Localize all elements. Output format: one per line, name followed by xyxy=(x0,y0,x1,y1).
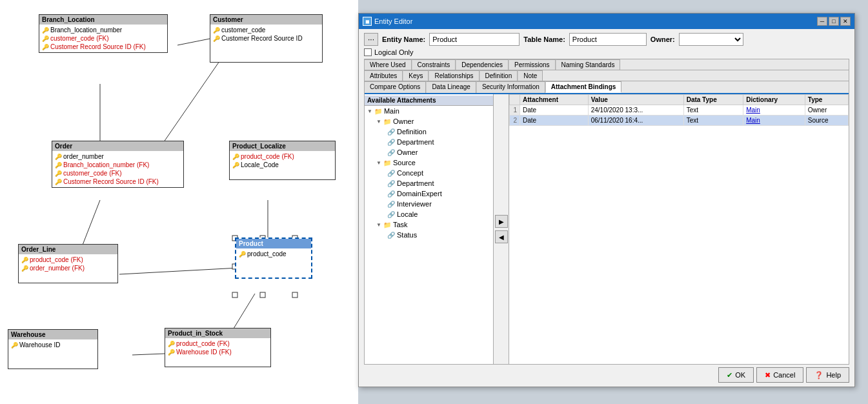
tab-attributes[interactable]: Attributes xyxy=(365,70,403,81)
tree-item-department-owner[interactable]: 🔗 Department xyxy=(365,137,493,147)
help-button[interactable]: ❓ Help xyxy=(806,367,849,383)
entity-name-input[interactable] xyxy=(429,33,520,46)
table-name-input[interactable] xyxy=(569,33,647,46)
svg-line-0 xyxy=(177,39,210,45)
maximize-button[interactable]: □ xyxy=(829,17,839,26)
entity-customer[interactable]: Customer 🔑customer_code 🔑Customer Record… xyxy=(210,14,323,63)
cell-value-2[interactable]: 06/11/2020 16:4... xyxy=(588,116,683,126)
cell-value-1[interactable]: 24/10/2020 13:3... xyxy=(588,105,683,116)
svg-line-5 xyxy=(119,268,239,274)
tree-item-task-folder[interactable]: ▼ 📁 Task xyxy=(365,219,493,230)
help-label: Help xyxy=(826,371,841,379)
tree-item-domain-expert[interactable]: 🔗 DomainExpert xyxy=(365,188,493,199)
tab-content-area: Available Attachments ▼ 📁 Main ▼ 📁 Owner xyxy=(365,94,849,364)
col-header-value[interactable]: Value xyxy=(588,95,683,105)
svg-rect-13 xyxy=(260,292,265,298)
tree-item-status[interactable]: 🔗 Status xyxy=(365,230,493,240)
tab-data-lineage[interactable]: Data Lineage xyxy=(426,81,476,93)
cell-type-2[interactable]: Source xyxy=(805,116,848,126)
ok-button[interactable]: ✔ OK xyxy=(718,367,754,383)
expand-icon-main: ▼ xyxy=(367,108,372,114)
tree-item-source-folder[interactable]: ▼ 📁 Source xyxy=(365,157,493,168)
cancel-button[interactable]: ✖ Cancel xyxy=(756,367,803,383)
arrow-left-button[interactable]: ◀ xyxy=(495,230,508,243)
cell-dictionary-1[interactable]: Main xyxy=(743,105,805,116)
tab-relationships[interactable]: Relationships xyxy=(429,70,479,81)
entity-product-in-stock[interactable]: Product_in_Stock 🔑product_code (FK) 🔑War… xyxy=(165,328,271,367)
cancel-label: Cancel xyxy=(773,371,795,379)
cancel-x-icon: ✖ xyxy=(765,371,771,379)
cell-datatype-1[interactable]: Text xyxy=(683,105,743,116)
tree-label-status: Status xyxy=(397,231,417,239)
tab-attachment-bindings[interactable]: Attachment Bindings xyxy=(545,81,622,93)
tree-label-source-folder: Source xyxy=(393,159,416,167)
folder-icon-source: 📁 xyxy=(383,158,392,167)
svg-rect-11 xyxy=(292,292,298,298)
entity-warehouse[interactable]: Warehouse 🔑Warehouse ID xyxy=(8,329,98,369)
tree-item-department-source[interactable]: 🔗 Department xyxy=(365,178,493,188)
col-header-dictionary[interactable]: Dictionary xyxy=(743,95,805,105)
table-row[interactable]: 1 Date 24/10/2020 13:3... Text Main Owne… xyxy=(510,105,849,116)
cell-type-1[interactable]: Owner xyxy=(805,105,848,116)
tree-item-interviewer[interactable]: 🔗 Interviewer xyxy=(365,199,493,209)
tab-keys[interactable]: Keys xyxy=(403,70,429,81)
tree-item-main[interactable]: ▼ 📁 Main xyxy=(365,106,493,116)
entity-order[interactable]: Order 🔑order_number 🔑Branch_location_num… xyxy=(52,141,184,188)
owner-label: Owner: xyxy=(651,35,675,43)
col-header-data-type[interactable]: Data Type xyxy=(683,95,743,105)
arrow-right-button[interactable]: ▶ xyxy=(495,215,508,228)
col-header-rownum xyxy=(510,95,520,105)
tab-definition[interactable]: Definition xyxy=(479,70,518,81)
entity-product-localize[interactable]: Product_Localize 🔑product_code (FK) 🔑Loc… xyxy=(229,141,336,180)
tab-permissions[interactable]: Permissions xyxy=(509,59,555,70)
tab-naming-standards[interactable]: Naming Standards xyxy=(556,59,621,70)
tree-label-definition: Definition xyxy=(397,128,427,136)
tree-label-owner-leaf: Owner xyxy=(397,148,418,156)
tree-item-owner-leaf[interactable]: 🔗 Owner xyxy=(365,147,493,157)
tab-security-information[interactable]: Security Information xyxy=(476,81,545,93)
tab-note[interactable]: Note xyxy=(518,70,543,81)
entity-title-product-localize: Product_Localize xyxy=(230,141,335,151)
leaf-icon-department-owner: 🔗 xyxy=(387,137,396,146)
tree-label-domain-expert: DomainExpert xyxy=(397,190,442,197)
tab-dependencies[interactable]: Dependencies xyxy=(456,59,509,70)
dialog-icon: ◼ xyxy=(363,17,372,26)
entity-product[interactable]: Product 🔑product_code xyxy=(235,237,312,279)
cell-dictionary-2[interactable]: Main xyxy=(743,116,805,126)
tree-item-concept[interactable]: 🔗 Concept xyxy=(365,168,493,178)
cell-attachment-2[interactable]: Date xyxy=(520,116,589,126)
owner-select[interactable] xyxy=(679,33,743,46)
entity-editor-dialog: ◼ Entity Editor ─ □ ✕ ··· Entity Name: T… xyxy=(358,13,855,387)
cell-attachment-1[interactable]: Date xyxy=(520,105,589,116)
tabs-container: Where Used Constraints Dependencies Perm… xyxy=(364,59,849,365)
close-button[interactable]: ✕ xyxy=(840,17,851,26)
tree-label-locale: Locale xyxy=(397,210,418,218)
tab-constraints[interactable]: Constraints xyxy=(412,59,456,70)
svg-line-7 xyxy=(132,354,165,355)
tree-item-definition[interactable]: 🔗 Definition xyxy=(365,126,493,137)
row-num-1: 1 xyxy=(510,105,520,116)
cell-datatype-2[interactable]: Text xyxy=(683,116,743,126)
col-header-attachment[interactable]: Attachment xyxy=(520,95,589,105)
leaf-icon-definition: 🔗 xyxy=(387,127,396,136)
entity-title-branch-location: Branch_Location xyxy=(39,15,167,25)
tree-label-owner-folder: Owner xyxy=(393,117,414,125)
entity-order-line[interactable]: Order_Line 🔑product_code (FK) 🔑order_num… xyxy=(18,244,118,283)
dots-button[interactable]: ··· xyxy=(364,33,378,46)
table-row[interactable]: 2 Date 06/11/2020 16:4... Text Main Sour… xyxy=(510,116,849,126)
entity-branch-location[interactable]: Branch_Location 🔑Branch_location_number … xyxy=(39,14,168,53)
minimize-button[interactable]: ─ xyxy=(817,17,827,26)
expand-icon-task: ▼ xyxy=(376,222,381,228)
expand-icon-owner: ▼ xyxy=(376,119,381,125)
col-header-type[interactable]: Type xyxy=(805,95,848,105)
tab-compare-options[interactable]: Compare Options xyxy=(365,81,426,93)
expand-icon-source: ▼ xyxy=(376,160,381,166)
tab-where-used[interactable]: Where Used xyxy=(365,59,412,70)
tree-item-locale[interactable]: 🔗 Locale xyxy=(365,209,493,219)
folder-icon-task: 📁 xyxy=(383,220,392,229)
logical-only-checkbox[interactable] xyxy=(364,48,372,56)
grid-panel: Attachment Value Data Type Dictionary Ty… xyxy=(509,94,849,364)
tree-label-main: Main xyxy=(384,107,399,115)
tree-item-owner-folder[interactable]: ▼ 📁 Owner xyxy=(365,116,493,126)
dialog-titlebar: ◼ Entity Editor ─ □ ✕ xyxy=(359,14,854,29)
